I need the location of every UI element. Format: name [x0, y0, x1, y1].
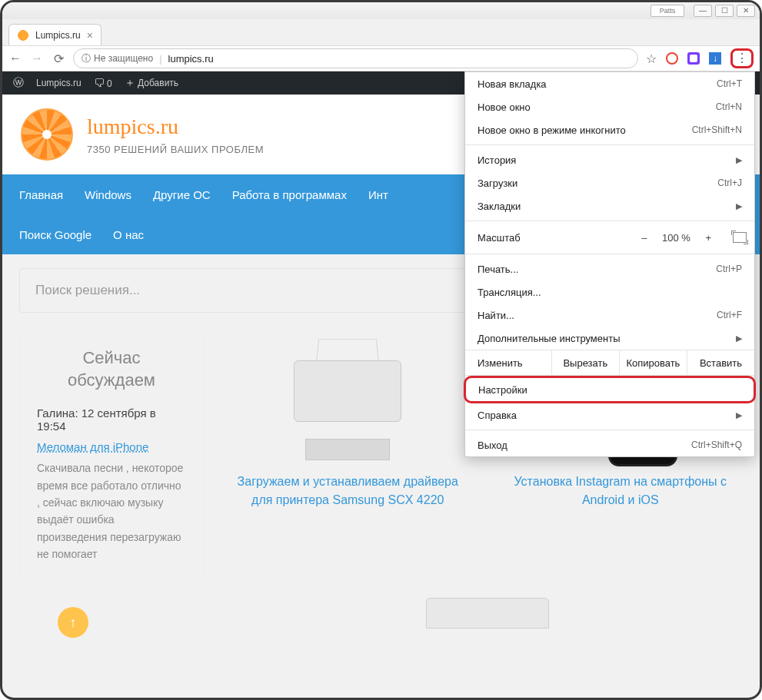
highlight-menu-button: ⋮	[730, 48, 754, 68]
nav-item-programs[interactable]: Работа в программах	[232, 188, 347, 201]
nav-item-windows[interactable]: Windows	[85, 188, 131, 201]
menu-edit-row: Изменить Вырезать Копировать Вставить	[465, 350, 754, 376]
tab-strip: Lumpics.ru ×	[2, 19, 760, 45]
nav-item-other-os[interactable]: Другие ОС	[153, 188, 211, 201]
zoom-value: 100 %	[657, 232, 694, 244]
menu-help[interactable]: Справка▶	[465, 403, 754, 426]
printer-image	[278, 330, 417, 460]
tab-title: Lumpics.ru	[35, 30, 81, 41]
chrome-main-menu: Новая вкладкаCtrl+T Новое окноCtrl+N Нов…	[464, 71, 755, 457]
menu-bookmarks[interactable]: Закладки▶	[465, 194, 754, 217]
chrome-menu-button[interactable]: ⋮	[736, 51, 748, 65]
window-minimize-button[interactable]: —	[694, 5, 712, 17]
menu-cast[interactable]: Трансляция...	[465, 280, 754, 304]
scroll-top-button[interactable]: ↑	[58, 607, 88, 638]
site-title: lumpics.ru	[87, 114, 264, 139]
wp-comments[interactable]: 🗨 0	[94, 77, 112, 89]
back-button[interactable]: ←	[8, 51, 22, 65]
edit-label: Изменить	[465, 350, 551, 375]
nav-item-internet[interactable]: Инт	[368, 188, 388, 201]
edit-paste[interactable]: Вставить	[687, 350, 754, 375]
menu-zoom-row: Масштаб – 100 % +	[465, 224, 754, 250]
site-logo-icon[interactable]	[21, 108, 73, 161]
nav-item-google-search[interactable]: Поиск Google	[19, 228, 92, 241]
chevron-right-icon: ▶	[736, 155, 742, 165]
url-text: lumpics.ru	[168, 53, 214, 65]
article-card-printer[interactable]: Загружаем и устанавливаем драйвера для п…	[225, 330, 471, 581]
menu-settings[interactable]: Настройки	[466, 378, 754, 401]
menu-exit[interactable]: ВыходCtrl+Shift+Q	[465, 433, 754, 456]
extension-purple-icon[interactable]	[687, 52, 700, 65]
security-chip[interactable]: ⓘ Не защищено	[82, 52, 153, 65]
forward-button[interactable]: →	[30, 51, 44, 65]
tab-close-button[interactable]: ×	[87, 29, 93, 41]
sidebar-discussions: Сейчас обсуждаем Галина: 12 сентября в 1…	[19, 330, 204, 581]
nav-item-about[interactable]: О нас	[113, 228, 144, 241]
window-close-button[interactable]: ✕	[737, 5, 755, 17]
comment-icon: 🗨	[94, 77, 105, 89]
chevron-right-icon: ▶	[736, 333, 742, 343]
card-title[interactable]: Загружаем и устанавливаем драйвера для п…	[225, 473, 471, 509]
menu-more-tools[interactable]: Дополнительные инструменты▶	[465, 327, 754, 350]
favicon-icon	[17, 29, 29, 41]
wp-add-new[interactable]: ＋ Добавить	[125, 76, 178, 90]
address-bar[interactable]: ⓘ Не защищено | lumpics.ru	[73, 48, 638, 68]
browser-toolbar: ← → ⟳ ⓘ Не защищено | lumpics.ru ☆ ⋮	[2, 45, 760, 71]
menu-history[interactable]: История▶	[465, 148, 754, 171]
bookmark-star-icon[interactable]: ☆	[646, 51, 657, 66]
zoom-label: Масштаб	[477, 232, 641, 244]
page-viewport: ⓦ Lumpics.ru 🗨 0 ＋ Добавить lumpics.ru 7…	[2, 71, 760, 698]
comment-body: Скачивала песни , некоторое время все ра…	[37, 459, 186, 562]
chevron-right-icon: ▶	[736, 410, 742, 420]
comment-topic-link[interactable]: Меломан для iPhone	[37, 440, 148, 453]
scanner-image	[426, 598, 549, 629]
menu-new-window[interactable]: Новое окноCtrl+N	[465, 95, 754, 118]
window-maximize-button[interactable]: ☐	[715, 5, 734, 17]
zoom-out-button[interactable]: –	[641, 232, 647, 244]
extension-opera-icon[interactable]	[666, 52, 678, 65]
menu-downloads[interactable]: ЗагрузкиCtrl+J	[465, 171, 754, 194]
menu-find[interactable]: Найти...Ctrl+F	[465, 304, 754, 327]
browser-tab[interactable]: Lumpics.ru ×	[8, 24, 101, 45]
sidebar-title: Сейчас обсуждаем	[37, 347, 186, 391]
window-titlebar: Patts — ☐ ✕	[2, 2, 760, 19]
menu-print[interactable]: Печать...Ctrl+P	[465, 257, 754, 280]
card-title[interactable]: Установка Instagram на смартфоны с Andro…	[498, 473, 744, 509]
site-subtitle: 7350 РЕШЕНИЙ ВАШИХ ПРОБЛЕМ	[87, 144, 264, 155]
comment-meta: Галина: 12 сентября в 19:54	[37, 406, 186, 433]
nav-item-home[interactable]: Главная	[19, 188, 63, 201]
info-icon: ⓘ	[82, 52, 91, 65]
menu-incognito[interactable]: Новое окно в режиме инкогнитоCtrl+Shift+…	[465, 118, 754, 141]
wordpress-icon[interactable]: ⓦ	[13, 76, 24, 90]
window-title: Patts	[651, 5, 684, 17]
plus-icon: ＋	[125, 76, 135, 88]
not-secure-label: Не защищено	[94, 53, 153, 64]
edit-copy[interactable]: Копировать	[619, 350, 687, 375]
zoom-in-button[interactable]: +	[705, 232, 711, 244]
extension-download-icon[interactable]	[709, 52, 721, 65]
edit-cut[interactable]: Вырезать	[551, 350, 619, 375]
wp-site-name[interactable]: Lumpics.ru	[36, 78, 82, 88]
search-placeholder: Поиск решения...	[35, 283, 140, 298]
menu-new-tab[interactable]: Новая вкладкаCtrl+T	[465, 72, 754, 95]
highlight-settings: Настройки	[464, 376, 756, 403]
reload-button[interactable]: ⟳	[52, 51, 65, 66]
fullscreen-button[interactable]	[733, 232, 747, 243]
chevron-right-icon: ▶	[736, 201, 742, 211]
